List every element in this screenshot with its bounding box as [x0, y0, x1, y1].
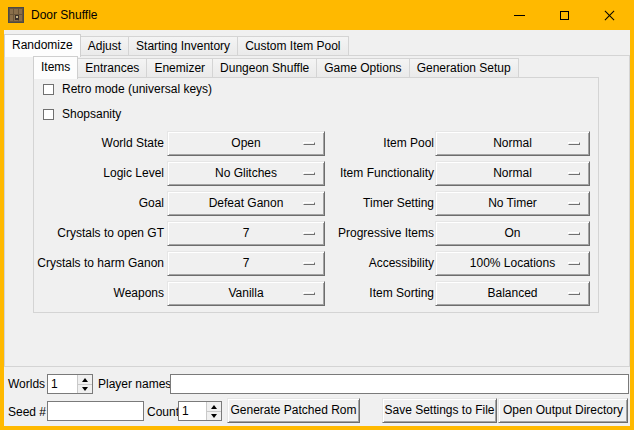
window-controls	[497, 0, 632, 30]
app-icon	[8, 7, 24, 23]
dropdown-indicator-icon	[303, 142, 315, 145]
save-settings-button[interactable]: Save Settings to File	[382, 398, 497, 423]
close-button[interactable]	[587, 0, 632, 30]
world-state-label: World State	[102, 131, 164, 156]
goal-value: Defeat Ganon	[168, 192, 324, 215]
accessibility-dropdown[interactable]: 100% Locations	[435, 251, 590, 276]
tab-dungeon-shuffle[interactable]: Dungeon Shuffle	[213, 58, 317, 78]
player-names-label: Player names	[98, 374, 171, 394]
dropdown-indicator-icon	[303, 292, 315, 295]
item-sorting-value: Balanced	[436, 282, 589, 305]
door-shuffle-window: Door Shuffle Randomize Adjust Starting I…	[0, 0, 634, 430]
arrow-up-icon	[211, 405, 217, 409]
timer-setting-label: Timer Setting	[363, 191, 434, 216]
open-output-directory-button[interactable]: Open Output Directory	[498, 398, 628, 423]
worlds-spin-up-button[interactable]	[78, 375, 92, 384]
maximize-button[interactable]	[542, 0, 587, 30]
shopsanity-row[interactable]: Shopsanity	[43, 107, 121, 121]
tab-randomize[interactable]: Randomize	[4, 34, 81, 57]
tab-generation-setup[interactable]: Generation Setup	[410, 58, 519, 78]
item-pool-label: Item Pool	[383, 131, 434, 156]
form-row-3: Goal Defeat Ganon Timer Setting No Timer	[4, 191, 634, 216]
tab-entrances[interactable]: Entrances	[78, 58, 147, 78]
retro-mode-checkbox[interactable]	[43, 84, 54, 95]
worlds-spin-down-button[interactable]	[78, 384, 92, 393]
dropdown-indicator-icon	[568, 172, 580, 175]
tab-game-options[interactable]: Game Options	[317, 58, 409, 78]
timer-setting-dropdown[interactable]: No Timer	[435, 191, 590, 216]
dropdown-indicator-icon	[303, 172, 315, 175]
crystals-open-gt-dropdown[interactable]: 7	[167, 221, 325, 246]
logic-level-dropdown[interactable]: No Glitches	[167, 161, 325, 186]
crystals-open-gt-label: Crystals to open GT	[57, 221, 164, 246]
tab-custom-item-pool[interactable]: Custom Item Pool	[238, 36, 348, 56]
accessibility-label: Accessibility	[369, 251, 434, 276]
form-row-4: Crystals to open GT 7 Progressive Items …	[4, 221, 634, 246]
weapons-label: Weapons	[114, 281, 164, 306]
weapons-dropdown[interactable]: Vanilla	[167, 281, 325, 306]
count-input[interactable]	[179, 402, 206, 420]
dropdown-indicator-icon	[568, 292, 580, 295]
world-state-dropdown[interactable]: Open	[167, 131, 325, 156]
form-row-6: Weapons Vanilla Item Sorting Balanced	[4, 281, 634, 306]
progressive-items-dropdown[interactable]: On	[435, 221, 590, 246]
worlds-label: Worlds	[8, 374, 45, 394]
worlds-input[interactable]	[48, 375, 77, 393]
tab-adjust[interactable]: Adjust	[81, 36, 129, 56]
item-pool-dropdown[interactable]: Normal	[435, 131, 590, 156]
seed-input[interactable]	[47, 401, 144, 421]
form-row-1: World State Open Item Pool Normal	[4, 131, 634, 156]
item-functionality-value: Normal	[436, 162, 589, 185]
progressive-items-value: On	[436, 222, 589, 245]
arrow-down-icon	[211, 414, 217, 418]
item-sorting-dropdown[interactable]: Balanced	[435, 281, 590, 306]
crystals-harm-ganon-value: 7	[168, 252, 324, 275]
form-row-5: Crystals to harm Ganon 7 Accessibility 1…	[4, 251, 634, 276]
world-state-value: Open	[168, 132, 324, 155]
outer-tab-bar: Randomize Adjust Starting Inventory Cust…	[4, 33, 349, 56]
crystals-harm-ganon-label: Crystals to harm Ganon	[37, 251, 164, 276]
tab-items[interactable]: Items	[33, 56, 78, 79]
titlebar: Door Shuffle	[0, 0, 634, 30]
goal-label: Goal	[139, 191, 164, 216]
crystals-open-gt-value: 7	[168, 222, 324, 245]
tab-enemizer[interactable]: Enemizer	[147, 58, 213, 78]
arrow-up-icon	[82, 378, 88, 382]
dropdown-indicator-icon	[568, 232, 580, 235]
dropdown-indicator-icon	[303, 262, 315, 265]
logic-level-label: Logic Level	[103, 161, 164, 186]
player-names-input[interactable]	[170, 374, 629, 394]
count-label: Count	[147, 402, 179, 422]
maximize-icon	[560, 11, 569, 20]
form-row-2: Logic Level No Glitches Item Functionali…	[4, 161, 634, 186]
generate-patched-rom-button[interactable]: Generate Patched Rom	[227, 398, 360, 423]
shopsanity-checkbox[interactable]	[43, 109, 54, 120]
dropdown-indicator-icon	[568, 262, 580, 265]
minimize-button[interactable]	[497, 0, 542, 30]
close-icon	[603, 9, 616, 22]
dropdown-indicator-icon	[568, 202, 580, 205]
count-spin-down-button[interactable]	[207, 411, 221, 420]
crystals-harm-ganon-dropdown[interactable]: 7	[167, 251, 325, 276]
timer-setting-value: No Timer	[436, 192, 589, 215]
accessibility-value: 100% Locations	[436, 252, 589, 275]
goal-dropdown[interactable]: Defeat Ganon	[167, 191, 325, 216]
logic-level-value: No Glitches	[168, 162, 324, 185]
count-spinbox[interactable]	[178, 401, 222, 421]
item-pool-value: Normal	[436, 132, 589, 155]
tab-starting-inventory[interactable]: Starting Inventory	[129, 36, 238, 56]
window-title: Door Shuffle	[31, 8, 98, 22]
retro-mode-label: Retro mode (universal keys)	[62, 82, 212, 96]
arrow-down-icon	[82, 387, 88, 391]
progressive-items-label: Progressive Items	[338, 221, 434, 246]
retro-mode-row[interactable]: Retro mode (universal keys)	[43, 82, 212, 96]
shopsanity-label: Shopsanity	[62, 107, 121, 121]
minimize-icon	[514, 15, 525, 16]
item-sorting-label: Item Sorting	[369, 281, 434, 306]
weapons-value: Vanilla	[168, 282, 324, 305]
item-functionality-dropdown[interactable]: Normal	[435, 161, 590, 186]
count-spin-up-button[interactable]	[207, 402, 221, 411]
client-area: Randomize Adjust Starting Inventory Cust…	[4, 30, 630, 426]
dropdown-indicator-icon	[303, 232, 315, 235]
worlds-spinbox[interactable]	[47, 374, 93, 394]
